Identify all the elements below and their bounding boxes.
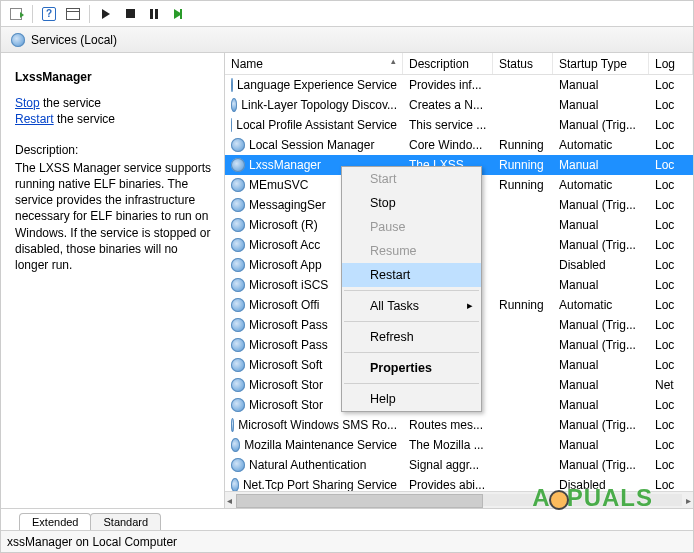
pause-service-button[interactable] — [143, 3, 165, 25]
details-pane: LxssManager Stop the service Restart the… — [1, 53, 225, 508]
calendar-button[interactable] — [62, 3, 84, 25]
service-icon — [231, 298, 245, 312]
cell-logon: Loc — [649, 278, 693, 292]
table-row[interactable]: Link-Layer Topology Discov...Creates a N… — [225, 95, 693, 115]
export-list-button[interactable] — [5, 3, 27, 25]
menu-properties[interactable]: Properties — [342, 356, 481, 380]
cell-logon: Loc — [649, 358, 693, 372]
cell-logon: Loc — [649, 298, 693, 312]
service-name: Net.Tcp Port Sharing Service — [243, 478, 397, 492]
menu-all-tasks[interactable]: All Tasks — [342, 294, 481, 318]
horizontal-scrollbar[interactable]: ◂ ▸ — [225, 491, 693, 508]
stop-service-button[interactable] — [119, 3, 141, 25]
cell-logon: Loc — [649, 318, 693, 332]
column-log-on-as[interactable]: Log — [649, 53, 693, 74]
menu-refresh[interactable]: Refresh — [342, 325, 481, 349]
service-name: Microsoft Pass — [249, 338, 328, 352]
cell-status: Running — [493, 158, 553, 172]
scroll-left-icon[interactable]: ◂ — [227, 495, 232, 506]
view-title: Services (Local) — [31, 33, 117, 47]
service-icon — [231, 458, 245, 472]
column-headers: Name Description Status Startup Type Log — [225, 53, 693, 75]
cell-description: Provides abi... — [403, 478, 493, 492]
cell-startup: Disabled — [553, 258, 649, 272]
service-icon — [231, 338, 245, 352]
cell-name: Net.Tcp Port Sharing Service — [225, 478, 403, 492]
restart-service-button[interactable] — [167, 3, 189, 25]
cell-startup: Automatic — [553, 178, 649, 192]
table-row[interactable]: Microsoft Windows SMS Ro...Routes mes...… — [225, 415, 693, 435]
cell-logon: Loc — [649, 478, 693, 492]
menu-stop[interactable]: Stop — [342, 191, 481, 215]
menu-separator — [344, 383, 479, 384]
cell-startup: Manual (Trig... — [553, 198, 649, 212]
cell-name: Natural Authentication — [225, 458, 403, 472]
status-bar: xssManager on Local Computer — [1, 530, 693, 552]
column-name[interactable]: Name — [225, 53, 403, 74]
service-name: Microsoft App — [249, 258, 322, 272]
table-row[interactable]: Local Session ManagerCore Windo...Runnin… — [225, 135, 693, 155]
toolbar-separator — [89, 5, 90, 23]
view-header: Services (Local) — [1, 27, 693, 53]
tab-standard[interactable]: Standard — [90, 513, 161, 530]
service-icon — [231, 98, 237, 112]
cell-startup: Manual (Trig... — [553, 318, 649, 332]
cell-name: Language Experience Service — [225, 78, 403, 92]
cell-logon: Loc — [649, 198, 693, 212]
stop-link[interactable]: Stop — [15, 96, 40, 110]
service-icon — [231, 418, 234, 432]
cell-logon: Net — [649, 378, 693, 392]
start-service-button[interactable] — [95, 3, 117, 25]
cell-description: Signal aggr... — [403, 458, 493, 472]
service-name: Natural Authentication — [249, 458, 366, 472]
cell-logon: Loc — [649, 238, 693, 252]
service-icon — [231, 238, 245, 252]
cell-status: Running — [493, 138, 553, 152]
cell-logon: Loc — [649, 158, 693, 172]
menu-separator — [344, 352, 479, 353]
column-description[interactable]: Description — [403, 53, 493, 74]
scrollbar-track[interactable] — [236, 494, 682, 506]
service-icon — [231, 478, 239, 492]
service-name: Local Session Manager — [249, 138, 374, 152]
cell-status: Running — [493, 298, 553, 312]
menu-help[interactable]: Help — [342, 387, 481, 411]
column-status[interactable]: Status — [493, 53, 553, 74]
context-menu: Start Stop Pause Resume Restart All Task… — [341, 166, 482, 412]
cell-logon: Loc — [649, 78, 693, 92]
service-name: Microsoft Offi — [249, 298, 319, 312]
column-startup-type[interactable]: Startup Type — [553, 53, 649, 74]
cell-status: Running — [493, 178, 553, 192]
menu-resume[interactable]: Resume — [342, 239, 481, 263]
cell-startup: Manual — [553, 438, 649, 452]
cell-description: Core Windo... — [403, 138, 493, 152]
help-button[interactable]: ? — [38, 3, 60, 25]
service-name: Microsoft Pass — [249, 318, 328, 332]
cell-description: Routes mes... — [403, 418, 493, 432]
service-name: Link-Layer Topology Discov... — [241, 98, 397, 112]
cell-description: Provides inf... — [403, 78, 493, 92]
cell-logon: Loc — [649, 438, 693, 452]
cell-startup: Automatic — [553, 298, 649, 312]
menu-restart[interactable]: Restart — [342, 263, 481, 287]
scroll-right-icon[interactable]: ▸ — [686, 495, 691, 506]
view-tabs: Extended Standard — [1, 508, 693, 530]
service-icon — [231, 358, 245, 372]
table-row[interactable]: Natural AuthenticationSignal aggr...Manu… — [225, 455, 693, 475]
cell-startup: Manual — [553, 378, 649, 392]
cell-startup: Automatic — [553, 138, 649, 152]
menu-start[interactable]: Start — [342, 167, 481, 191]
service-icon — [231, 78, 233, 92]
cell-name: Local Session Manager — [225, 138, 403, 152]
table-row[interactable]: Local Profile Assistant ServiceThis serv… — [225, 115, 693, 135]
restart-link[interactable]: Restart — [15, 112, 54, 126]
selected-service-title: LxssManager — [15, 69, 214, 85]
tab-extended[interactable]: Extended — [19, 513, 91, 530]
cell-startup: Manual (Trig... — [553, 238, 649, 252]
cell-startup: Manual (Trig... — [553, 338, 649, 352]
service-icon — [231, 198, 245, 212]
service-icon — [231, 138, 245, 152]
table-row[interactable]: Mozilla Maintenance ServiceThe Mozilla .… — [225, 435, 693, 455]
menu-pause[interactable]: Pause — [342, 215, 481, 239]
table-row[interactable]: Language Experience ServiceProvides inf.… — [225, 75, 693, 95]
